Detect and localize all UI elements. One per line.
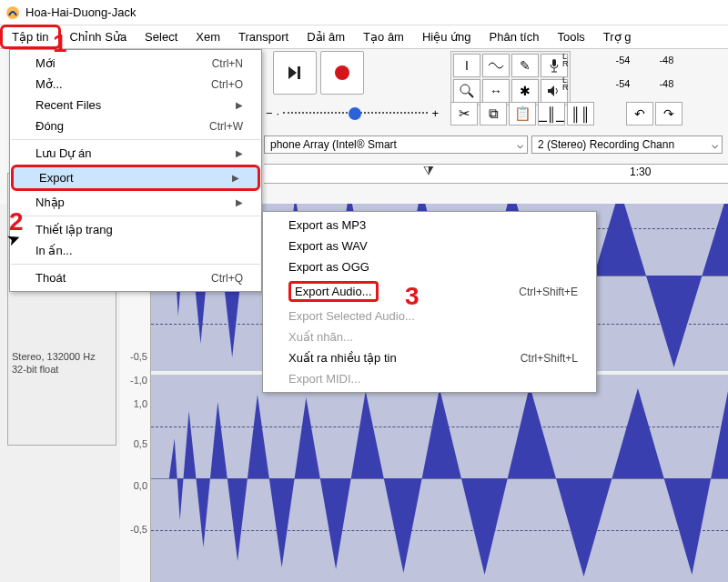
svg-rect-3: [552, 59, 556, 66]
record-button[interactable]: [320, 51, 364, 95]
menu-view[interactable]: Xem: [187, 27, 229, 46]
menu-export-audio[interactable]: Export Audio... Ctrl+Shift+E: [263, 277, 596, 306]
svg-point-2: [335, 65, 349, 80]
svg-rect-1: [298, 66, 300, 79]
volume-slider[interactable]: − · +: [266, 102, 439, 124]
menu-export[interactable]: Export▶: [11, 165, 260, 191]
menu-page-setup[interactable]: Thiết lập trang: [10, 219, 261, 240]
title-bar: Hoa-Hai-Duong-Jack: [0, 0, 728, 25]
file-menu-popup: MớiCtrl+N Mở...Ctrl+O Recent Files▶ Đóng…: [9, 49, 262, 292]
menu-print[interactable]: In ấn...: [10, 240, 261, 261]
menu-save-project[interactable]: Lưu Dự án▶: [10, 143, 261, 164]
copy-icon[interactable]: ⧉: [480, 102, 507, 125]
playback-meter[interactable]: LR -54 -48: [562, 76, 726, 91]
menu-effect[interactable]: Hiệu ứng: [413, 27, 480, 46]
multi-tool-icon[interactable]: ✱: [511, 79, 539, 103]
recording-meter[interactable]: LR -54 -48: [562, 53, 726, 67]
menu-new[interactable]: MớiCtrl+N: [10, 53, 261, 74]
menu-analyze[interactable]: Phân tích: [480, 27, 549, 46]
menu-tools[interactable]: Tools: [548, 27, 593, 46]
silence-icon[interactable]: ║║: [567, 102, 594, 125]
paste-icon[interactable]: 📋: [509, 102, 536, 125]
waveform-channel-2[interactable]: [151, 375, 728, 582]
window-title: Hoa-Hai-Duong-Jack: [25, 5, 136, 19]
menu-export-ogg[interactable]: Export as OGG: [263, 256, 596, 277]
timeshift-tool-icon[interactable]: ↔: [482, 79, 510, 103]
menu-export-multiple[interactable]: Xuất ra nhiều tập tinCtrl+Shift+L: [263, 347, 596, 368]
menu-export-mp3[interactable]: Export as MP3: [263, 215, 596, 236]
menu-bar: Tập tin Chỉnh Sửa Select Xem Transport D…: [0, 25, 728, 49]
zoom-tool-icon[interactable]: [453, 79, 480, 103]
menu-export-selected: Export Selected Audio...: [263, 306, 596, 326]
tools-grid: I ✎ ↔ ✱: [450, 51, 571, 105]
audacity-icon: [5, 5, 20, 20]
cut-icon[interactable]: ✂: [450, 102, 478, 125]
menu-export-midi: Export MIDI...: [263, 368, 596, 389]
timeline-tick: 1:30: [630, 166, 651, 178]
annotation-1: 1: [53, 29, 67, 58]
menu-open[interactable]: Mở...Ctrl+O: [10, 74, 261, 95]
menu-recent-files[interactable]: Recent Files▶: [10, 95, 261, 115]
channels-combo[interactable]: 2 (Stereo) Recording Chann: [531, 135, 723, 154]
export-submenu-popup: Export as MP3 Export as WAV Export as OG…: [262, 211, 597, 393]
timeline-ruler[interactable]: ⧩ 1:30: [264, 164, 728, 184]
redo-icon[interactable]: ↷: [655, 102, 682, 125]
lr-label: LR: [562, 53, 569, 67]
menu-generate[interactable]: Tạo âm: [354, 27, 413, 46]
menu-close[interactable]: ĐóngCtrl+W: [10, 115, 261, 136]
draw-tool-icon[interactable]: ✎: [511, 54, 539, 77]
playhead-pin-icon[interactable]: ⧩: [423, 163, 434, 178]
menu-transport[interactable]: Transport: [229, 27, 298, 46]
menu-edit[interactable]: Chỉnh Sửa: [61, 27, 136, 46]
svg-point-4: [460, 85, 470, 94]
menu-file[interactable]: Tập tin: [0, 25, 61, 49]
svg-line-5: [469, 93, 473, 97]
menu-import[interactable]: Nhập▶: [10, 192, 261, 213]
trim-icon[interactable]: ⎯║⎯: [538, 102, 565, 125]
menu-exit[interactable]: ThoátCtrl+Q: [10, 267, 261, 288]
selection-tool-icon[interactable]: I: [453, 54, 480, 77]
menu-tracks[interactable]: Dải âm: [298, 27, 354, 46]
menu-help[interactable]: Trợ g: [594, 27, 641, 46]
input-device-combo[interactable]: phone Array (Intel® Smart: [264, 135, 528, 154]
undo-icon[interactable]: ↶: [626, 102, 653, 125]
skip-end-button[interactable]: [273, 51, 317, 95]
track-info-rate: Stereo, 132000 Hz: [8, 350, 116, 363]
track-info-format: 32-bit float: [8, 363, 116, 376]
menu-export-labels: Xuất nhãn...: [263, 326, 596, 347]
annotation-3: 3: [405, 282, 420, 311]
menu-select[interactable]: Select: [136, 27, 187, 46]
envelope-tool-icon[interactable]: [482, 54, 510, 77]
menu-export-wav[interactable]: Export as WAV: [263, 236, 596, 256]
